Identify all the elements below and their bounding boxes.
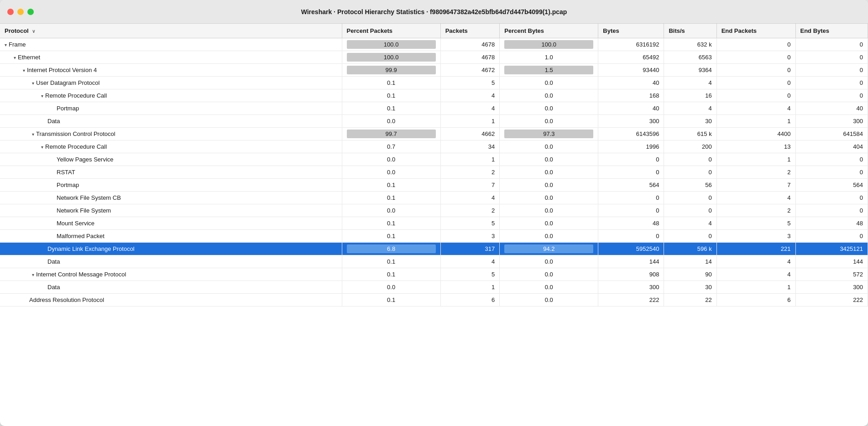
table-row[interactable]: Dynamic Link Exchange Protocol6.831794.2… (0, 243, 868, 255)
pct-bytes-cell: 0.0 (500, 102, 598, 115)
table-row[interactable]: Yellow Pages Service0.010.00010 (0, 153, 868, 166)
end-packets-cell: 4 (716, 268, 795, 281)
minimize-button[interactable] (17, 9, 24, 15)
pct-bytes-value: 0.0 (504, 118, 593, 125)
packets-cell: 5 (440, 77, 500, 89)
col-header-end-bytes[interactable]: End Bytes (795, 24, 868, 38)
pct-packets-cell: 0.7 (342, 140, 440, 153)
packets-cell: 4 (440, 192, 500, 204)
chevron-icon[interactable]: ▾ (32, 272, 34, 277)
end-bytes-cell: 564 (795, 179, 868, 192)
end-packets-cell: 0 (716, 38, 795, 51)
table-row[interactable]: ▾Internet Protocol Version 499.946721.59… (0, 64, 868, 77)
col-header-packets[interactable]: Packets (440, 24, 500, 38)
table-row[interactable]: Network File System0.020.00020 (0, 204, 868, 217)
pct-bytes-cell: 0.0 (500, 281, 598, 294)
packets-cell: 5 (440, 268, 500, 281)
packets-cell: 4678 (440, 51, 500, 64)
protocol-name: Network File System (57, 207, 111, 214)
bytes-cell: 6316192 (598, 38, 664, 51)
pct-packets-cell: 100.0 (342, 51, 440, 64)
bits-cell: 596 k (664, 243, 716, 255)
table-row[interactable]: Malformed Packet0.130.00030 (0, 230, 868, 243)
chevron-icon[interactable]: ▾ (23, 68, 25, 73)
pct-bytes-value: 0.0 (504, 105, 593, 112)
table-row[interactable]: Portmap0.140.0404440 (0, 102, 868, 115)
end-bytes-cell: 0 (795, 166, 868, 179)
table-row[interactable]: Data0.010.0300301300 (0, 115, 868, 128)
col-header-protocol[interactable]: Protocol ∨ (0, 24, 342, 38)
protocol-cell: Network File System CB (0, 192, 342, 204)
pct-packets-cell: 0.1 (342, 77, 440, 89)
protocol-name: Data (47, 284, 60, 291)
end-bytes-cell: 572 (795, 268, 868, 281)
end-bytes-cell: 0 (795, 153, 868, 166)
protocol-name: Portmap (57, 105, 79, 112)
bits-cell: 9364 (664, 64, 716, 77)
table-row[interactable]: Data0.010.0300301300 (0, 281, 868, 294)
table-row[interactable]: Address Resolution Protocol0.160.0222226… (0, 294, 868, 307)
pct-packets-cell: 0.0 (342, 281, 440, 294)
table-row[interactable]: ▾Remote Procedure Call0.7340.01996200134… (0, 140, 868, 153)
protocol-table: Protocol ∨ Percent Packets Packets Perce… (0, 24, 868, 307)
chevron-icon[interactable]: ▾ (41, 145, 43, 150)
window-title: Wireshark · Protocol Hierarchy Statistic… (301, 8, 567, 16)
pct-bytes-value: 0.0 (504, 194, 593, 201)
table-row[interactable]: ▾Remote Procedure Call0.140.01681600 (0, 89, 868, 102)
protocol-name: Internet Protocol Version 4 (27, 67, 97, 73)
pct-packets-value: 0.1 (347, 79, 436, 86)
bytes-cell: 300 (598, 281, 664, 294)
pct-packets-cell: 0.1 (342, 268, 440, 281)
pct-bytes-cell: 0.0 (500, 192, 598, 204)
pct-bytes-cell: 0.0 (500, 166, 598, 179)
pct-bytes-value: 0.0 (504, 271, 593, 278)
table-row[interactable]: Network File System CB0.140.00040 (0, 192, 868, 204)
table-row[interactable]: ▾Transmission Control Protocol99.7466297… (0, 128, 868, 140)
packets-cell: 34 (440, 140, 500, 153)
table-row[interactable]: ▾Internet Control Message Protocol0.150.… (0, 268, 868, 281)
table-row[interactable]: ▾Frame100.04678100.06316192632 k00 (0, 38, 868, 51)
packets-cell: 5 (440, 217, 500, 230)
chevron-icon[interactable]: ▾ (14, 55, 16, 60)
chevron-icon[interactable]: ▾ (32, 132, 34, 137)
col-header-pct-packets[interactable]: Percent Packets (342, 24, 440, 38)
protocol-name: Malformed Packet (57, 233, 105, 239)
table-row[interactable]: ▾Ethernet100.046781.065492656300 (0, 51, 868, 64)
col-header-end-packets[interactable]: End Packets (716, 24, 795, 38)
protocol-name: Remote Procedure Call (45, 92, 107, 99)
pct-bytes-cell: 0.0 (500, 268, 598, 281)
col-header-bytes[interactable]: Bytes (598, 24, 664, 38)
pct-packets-value: 0.1 (347, 258, 436, 265)
pct-packets-value: 0.0 (347, 284, 436, 291)
pct-bytes-cell: 1.5 (500, 64, 598, 77)
traffic-lights (7, 9, 34, 15)
pct-packets-cell: 0.1 (342, 294, 440, 307)
table-row[interactable]: Mount Service0.150.0484548 (0, 217, 868, 230)
end-packets-cell: 1 (716, 281, 795, 294)
main-window: Wireshark · Protocol Hierarchy Statistic… (0, 0, 868, 426)
pct-bytes-cell: 1.0 (500, 51, 598, 64)
pct-bytes-value: 0.0 (504, 143, 593, 150)
end-bytes-cell: 40 (795, 102, 868, 115)
table-row[interactable]: RSTAT0.020.00020 (0, 166, 868, 179)
chevron-icon[interactable]: ▾ (5, 42, 7, 47)
bytes-cell: 0 (598, 192, 664, 204)
pct-packets-cell: 0.1 (342, 192, 440, 204)
chevron-icon[interactable]: ▾ (32, 81, 34, 86)
chevron-icon[interactable]: ▾ (41, 94, 43, 99)
packets-cell: 1 (440, 153, 500, 166)
table-row[interactable]: ▾User Datagram Protocol0.150.040400 (0, 77, 868, 89)
col-header-bits[interactable]: Bits/s (664, 24, 716, 38)
close-button[interactable] (7, 9, 14, 15)
pct-packets-cell: 0.0 (342, 204, 440, 217)
protocol-name: Yellow Pages Service (57, 156, 114, 163)
table-row[interactable]: Portmap0.170.0564567564 (0, 179, 868, 192)
protocol-cell: ▾Ethernet (0, 51, 342, 64)
pct-bytes-value: 0.0 (504, 233, 593, 239)
maximize-button[interactable] (27, 9, 34, 15)
end-packets-cell: 2 (716, 166, 795, 179)
bytes-cell: 40 (598, 77, 664, 89)
table-row[interactable]: Data0.140.0144144144 (0, 255, 868, 268)
col-header-pct-bytes[interactable]: Percent Bytes (500, 24, 598, 38)
bits-cell: 90 (664, 268, 716, 281)
